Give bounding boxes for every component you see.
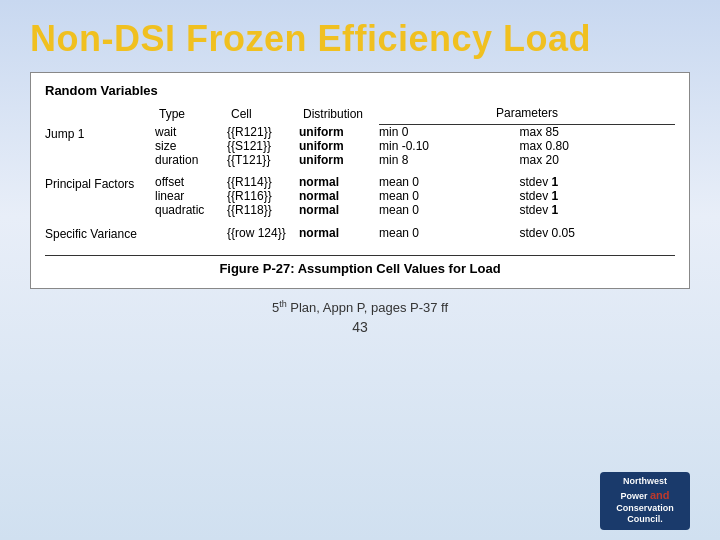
table-box-title: Random Variables	[45, 83, 675, 98]
cell-param2-offset: stdev 1	[519, 175, 675, 189]
col-cell: Cell	[227, 106, 299, 125]
column-header-row: Type Cell Distribution Parameters	[45, 106, 675, 125]
cell-dist-uniform3: uniform	[299, 153, 379, 167]
cell-dist-normal2: normal	[299, 189, 379, 203]
cell-param2-wait: max 85	[519, 125, 675, 140]
footer-center: 5th Plan, Appn P, pages P-37 ff 43	[30, 299, 690, 335]
footer-area: 5th Plan, Appn P, pages P-37 ff 43	[30, 299, 690, 335]
cell-type-sv	[155, 225, 227, 241]
col-type: Type	[155, 106, 227, 125]
cell-param2-sv: stdev 0.05	[519, 225, 675, 241]
footer-citation: 5th Plan, Appn P, pages P-37 ff	[272, 299, 448, 315]
cell-dist-uniform1: uniform	[299, 125, 379, 140]
col-dist: Distribution	[299, 106, 379, 125]
cell-param1-linear: mean 0	[379, 189, 519, 203]
logo-line1: Northwest	[605, 476, 685, 488]
cell-ref-r116: {{R116}}	[227, 189, 299, 203]
table-container: Random Variables Type Cell Distribution …	[30, 72, 690, 289]
cell-ref-r121: {{R121}}	[227, 125, 299, 140]
main-table: Type Cell Distribution Parameters Jump 1…	[45, 106, 675, 276]
cell-dist-normal4: normal	[299, 225, 379, 241]
section-label-pf: Principal Factors	[45, 175, 155, 217]
cell-type-offset: offset	[155, 175, 227, 189]
spacer-row-2	[45, 217, 675, 225]
cell-ref-r114: {{R114}}	[227, 175, 299, 189]
footer-page-number: 43	[352, 319, 368, 335]
col-params: Parameters	[379, 106, 675, 125]
section-pf-row1: Principal Factors offset {{R114}} normal…	[45, 175, 675, 189]
cell-type-linear: linear	[155, 189, 227, 203]
cell-type-wait: wait	[155, 125, 227, 140]
figure-caption: Figure P-27: Assumption Cell Values for …	[45, 255, 675, 276]
section-sv-row1: Specific Variance {{row 124}} normal mea…	[45, 225, 675, 241]
cell-dist-normal1: normal	[299, 175, 379, 189]
cell-param2-linear: stdev 1	[519, 189, 675, 203]
cell-type-size: size	[155, 139, 227, 153]
cell-param2-duration: max 20	[519, 153, 675, 167]
cell-param1-size: min -0.10	[379, 139, 519, 153]
cell-dist-normal3: normal	[299, 203, 379, 217]
logo-line2: Power and	[605, 488, 685, 503]
logo-container: Northwest Power and Conservation Council…	[600, 472, 690, 530]
logo-line3: Conservation	[605, 503, 685, 515]
cell-type-quadratic: quadratic	[155, 203, 227, 217]
spacer-row-1	[45, 167, 675, 175]
cell-type-duration: duration	[155, 153, 227, 167]
page-title: Non-DSI Frozen Efficiency Load	[30, 18, 690, 60]
cell-ref-s121: {{S121}}	[227, 139, 299, 153]
cell-param1-wait: min 0	[379, 125, 519, 140]
cell-param1-sv: mean 0	[379, 225, 519, 241]
cell-ref-r118: {{R118}}	[227, 203, 299, 217]
cell-param2-size: max 0.80	[519, 139, 675, 153]
cell-param1-offset: mean 0	[379, 175, 519, 189]
slide-container: Non-DSI Frozen Efficiency Load Random Va…	[0, 0, 720, 540]
cell-ref-row124: {{row 124}}	[227, 225, 299, 241]
logo-line4: Council.	[605, 514, 685, 526]
cell-ref-t121: {{T121}}	[227, 153, 299, 167]
cell-dist-uniform2: uniform	[299, 139, 379, 153]
section-jump1: Jump 1 wait {{R121}} uniform min 0 max 8…	[45, 125, 675, 140]
caption-row: Figure P-27: Assumption Cell Values for …	[45, 241, 675, 276]
cell-param1-quadratic: mean 0	[379, 203, 519, 217]
nwpcc-logo: Northwest Power and Conservation Council…	[600, 472, 690, 530]
section-label-sv: Specific Variance	[45, 225, 155, 241]
section-label-jump1: Jump 1	[45, 125, 155, 168]
cell-param1-duration: min 8	[379, 153, 519, 167]
cell-param2-quadratic: stdev 1	[519, 203, 675, 217]
